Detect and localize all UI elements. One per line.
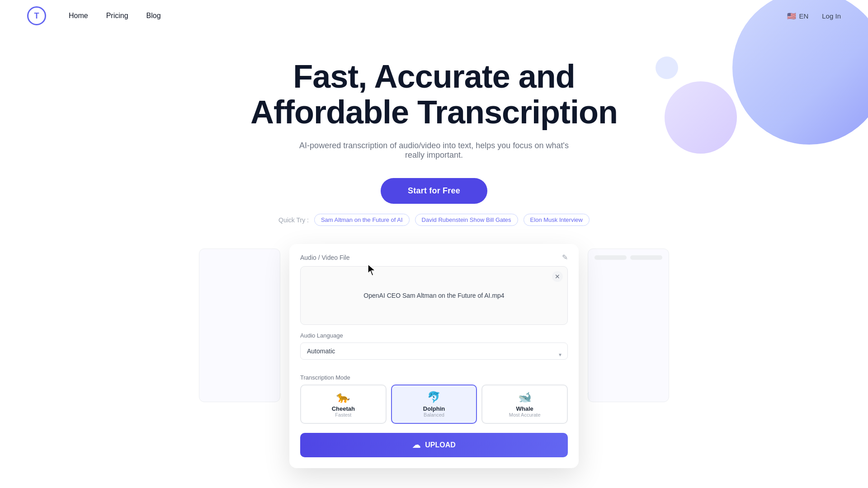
quick-try-chip-0[interactable]: Sam Altman on the Future of AI	[314, 214, 410, 226]
login-button[interactable]: Log In	[822, 12, 841, 20]
quick-try-chip-2[interactable]: Elon Musk Interview	[524, 214, 590, 226]
hero-subtitle: AI-powered transcription of audio/video …	[298, 141, 570, 160]
nav-links: Home Pricing Blog	[69, 12, 787, 20]
modal-wrapper: Audio / Video File ✎ ✕ OpenAI CEO Sam Al…	[289, 244, 579, 468]
dolphin-desc: Balanced	[396, 412, 473, 418]
cheetah-name: Cheetah	[305, 405, 382, 412]
cheetah-desc: Fastest	[305, 412, 382, 418]
mode-dolphin[interactable]: 🐬 Dolphin Balanced	[391, 385, 477, 424]
logo-letter: T	[34, 11, 39, 21]
panel-pill-1	[594, 255, 627, 260]
side-panel-right-top	[588, 249, 669, 266]
upload-modal: Audio / Video File ✎ ✕ OpenAI CEO Sam Al…	[289, 244, 579, 468]
side-panel-left	[199, 249, 280, 402]
logo[interactable]: T	[27, 6, 46, 25]
mode-section-label: Transcription Mode	[300, 374, 568, 381]
language-label: EN	[799, 12, 808, 20]
mode-whale[interactable]: 🐋 Whale Most Accurate	[481, 385, 568, 424]
dolphin-name: Dolphin	[396, 405, 473, 412]
nav-right: 🇺🇸 EN Log In	[787, 12, 841, 20]
whale-desc: Most Accurate	[486, 412, 563, 418]
language-select-wrapper: Automatic English Spanish French ▾	[300, 343, 568, 367]
hero-title-line1: Fast, Accurate and	[293, 58, 575, 94]
quick-try-label: Quick Try :	[278, 216, 309, 224]
modal-container: Audio / Video File ✎ ✕ OpenAI CEO Sam Al…	[289, 244, 579, 468]
mode-options: 🐆 Cheetah Fastest 🐬 Dolphin Balanced 🐋 W…	[300, 385, 568, 424]
quick-try-section: Quick Try : Sam Altman on the Future of …	[278, 214, 590, 226]
logo-circle: T	[27, 6, 46, 25]
start-free-button[interactable]: Start for Free	[381, 178, 487, 204]
edit-icon[interactable]: ✎	[562, 253, 568, 262]
flag-icon: 🇺🇸	[787, 12, 796, 20]
nav-pricing[interactable]: Pricing	[106, 12, 128, 20]
side-panel-right	[588, 249, 669, 402]
cheetah-emoji: 🐆	[305, 391, 382, 404]
hero-section: Fast, Accurate and Affordable Transcript…	[0, 32, 868, 468]
navbar: T Home Pricing Blog 🇺🇸 EN Log In	[0, 0, 868, 32]
language-select[interactable]: Automatic English Spanish French	[300, 343, 568, 360]
language-section-label: Audio Language	[300, 332, 568, 339]
language-button[interactable]: 🇺🇸 EN	[787, 12, 808, 20]
panel-pill-2	[630, 255, 662, 260]
whale-emoji: 🐋	[486, 391, 563, 404]
dolphin-emoji: 🐬	[396, 391, 473, 404]
modal-inner: Audio / Video File ✎ ✕ OpenAI CEO Sam Al…	[289, 244, 579, 468]
file-name: OpenAI CEO Sam Altman on the Future of A…	[363, 292, 504, 299]
hero-title: Fast, Accurate and Affordable Transcript…	[250, 59, 618, 130]
nav-blog[interactable]: Blog	[146, 12, 161, 20]
nav-home[interactable]: Home	[69, 12, 88, 20]
upload-icon: ☁	[412, 440, 420, 450]
quick-try-chip-1[interactable]: David Rubenstein Show Bill Gates	[415, 214, 518, 226]
hero-title-line2: Affordable Transcription	[250, 94, 618, 130]
upload-button[interactable]: ☁ UPLOAD	[300, 433, 568, 457]
file-header-label: Audio / Video File	[300, 254, 349, 261]
whale-name: Whale	[486, 405, 563, 412]
file-header: Audio / Video File ✎	[300, 253, 568, 262]
mode-cheetah[interactable]: 🐆 Cheetah Fastest	[300, 385, 387, 424]
upload-label: UPLOAD	[425, 441, 456, 449]
close-button[interactable]: ✕	[552, 271, 563, 282]
file-drop-area[interactable]: ✕ OpenAI CEO Sam Altman on the Future of…	[300, 266, 568, 325]
